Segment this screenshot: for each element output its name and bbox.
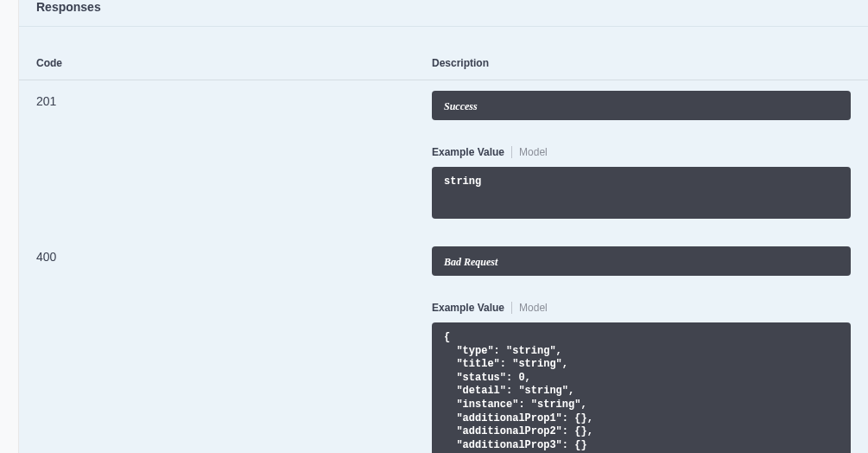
response-tabs: Example Value Model bbox=[432, 146, 851, 158]
response-status-label: Success bbox=[444, 100, 478, 112]
response-status-label: Bad Request bbox=[444, 256, 497, 268]
tab-model[interactable]: Model bbox=[511, 302, 554, 314]
response-code: 400 bbox=[36, 246, 432, 453]
description-column-header: Description bbox=[432, 57, 851, 69]
response-status-box: Bad Request bbox=[432, 246, 851, 276]
tab-example-value[interactable]: Example Value bbox=[432, 146, 511, 158]
response-row: 201 Success Example Value Model string bbox=[19, 80, 868, 236]
response-tabs: Example Value Model bbox=[432, 302, 851, 314]
code-column-header: Code bbox=[36, 57, 432, 69]
response-code: 201 bbox=[36, 91, 432, 219]
response-status-box: Success bbox=[432, 91, 851, 120]
left-gutter bbox=[0, 0, 19, 453]
response-description: Bad Request Example Value Model { "type"… bbox=[432, 246, 851, 453]
tab-example-value[interactable]: Example Value bbox=[432, 302, 511, 314]
response-body[interactable]: string bbox=[432, 167, 851, 219]
responses-panel: Responses Code Description 201 Success E… bbox=[19, 0, 868, 453]
tab-model[interactable]: Model bbox=[511, 146, 554, 158]
response-body[interactable]: { "type": "string", "title": "string", "… bbox=[432, 322, 851, 453]
section-title: Responses bbox=[36, 0, 851, 14]
response-row: 400 Bad Request Example Value Model { "t… bbox=[19, 236, 868, 453]
response-description: Success Example Value Model string bbox=[432, 91, 851, 219]
